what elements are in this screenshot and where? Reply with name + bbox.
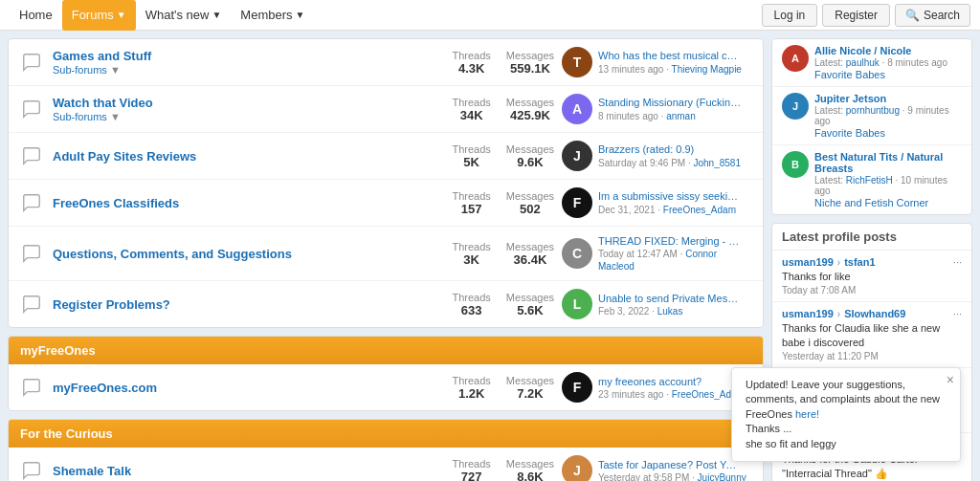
pp-user-link[interactable]: usman199 — [782, 256, 834, 268]
latest-text: THREAD FIXED: Merging - Movin... Today a… — [598, 234, 753, 273]
latest-user-link[interactable]: Lukas — [657, 306, 683, 317]
forum-row: Watch that VideoSub-forums ▼Threads34KMe… — [9, 86, 763, 133]
subforums-link[interactable]: Sub-forums — [53, 111, 107, 122]
forum-stats: Threads3KMessages36.4K — [453, 241, 555, 267]
latest-user-link[interactable]: Connor Macleod — [598, 249, 717, 272]
sidebar-username-link[interactable]: Jupiter Jetson — [814, 93, 886, 104]
forum-stats: Threads727Messages8.6K — [453, 458, 555, 481]
content-area: Games and StuffSub-forums ▼Threads4.3KMe… — [8, 38, 764, 481]
sidebar-thread-link[interactable]: Niche and Fetish Corner — [814, 197, 928, 208]
pp-user-link[interactable]: usman199 — [782, 308, 834, 319]
stat-messages: Messages502 — [506, 190, 554, 216]
nav-whats-new[interactable]: What's new ▼ — [136, 0, 232, 31]
latest-title-link[interactable]: my freeones account? — [598, 375, 742, 388]
forum-info: FreeOnes Classifieds — [53, 196, 445, 210]
forum-name-link[interactable]: myFreeOnes.com — [53, 381, 157, 395]
forum-latest: JBrazzers (rated: 0.9) Saturday at 9:46 … — [562, 141, 753, 171]
latest-text: Who has the best musical culture? 13 min… — [598, 49, 742, 75]
sidebar-user-row: BBest Natural Tits / Natural Breasts Lat… — [772, 145, 971, 214]
pp-target-link[interactable]: tsfan1 — [844, 256, 875, 268]
login-button[interactable]: Log in — [762, 4, 818, 27]
latest-meta: Today at 12:47 AM · Connor Macleod — [598, 248, 753, 273]
latest-title-link[interactable]: Im a submissive sissy seeking... — [598, 189, 742, 203]
sidebar-thread-link[interactable]: Favorite Babes — [814, 69, 885, 80]
search-button[interactable]: 🔍 Search — [895, 4, 970, 27]
more-options-icon[interactable]: ··· — [953, 256, 962, 268]
nav-members[interactable]: Members ▼ — [231, 0, 314, 31]
forum-subforums-label: Sub-forums ▼ — [53, 111, 445, 122]
forum-name-link[interactable]: Shemale Talk — [53, 464, 131, 478]
arrow-icon: › — [837, 257, 840, 268]
latest-meta: Saturday at 9:46 PM · John_8581 — [598, 157, 741, 169]
latest-user-link[interactable]: FreeOnes_Adam — [663, 205, 736, 215]
latest-user-link[interactable]: JuicyBunny — [698, 472, 746, 481]
auth-controls: Log in Register 🔍 Search — [762, 4, 970, 27]
forum-latest: FIm a submissive sissy seeking... Dec 31… — [562, 187, 753, 218]
toast-link[interactable]: here! — [795, 408, 819, 420]
subforums-link[interactable]: Sub-forums — [53, 64, 107, 76]
latest-title-link[interactable]: Taste for Japanese? Post Your Hot... — [598, 458, 742, 471]
latest-title-link[interactable]: Brazzers (rated: 0.9) — [598, 142, 741, 156]
latest-user-link[interactable]: Thieving Magpie — [672, 64, 742, 75]
pp-time: Yesterday at 11:20 PM — [782, 351, 962, 361]
forum-chat-icon — [18, 291, 45, 317]
stat-messages: Messages7.2K — [506, 375, 554, 401]
forum-chat-icon — [18, 240, 45, 267]
forum-latest: LUnable to send Private Message Feb 3, 2… — [562, 289, 753, 319]
register-button[interactable]: Register — [822, 4, 890, 27]
latest-title-link[interactable]: Who has the best musical culture? — [598, 49, 742, 62]
forum-row: Questions, Comments, and SuggestionsThre… — [9, 227, 763, 281]
profile-post-header: usman199 › tsfan1 ··· — [782, 256, 962, 268]
sidebar-username-link[interactable]: Best Natural Tits / Natural Breasts — [814, 151, 943, 174]
chevron-down-icon: ▼ — [117, 10, 126, 20]
forum-chat-icon — [18, 96, 45, 122]
latest-title-link[interactable]: Unable to send Private Message — [598, 292, 742, 305]
forum-info: Register Problems? — [53, 297, 445, 312]
avatar: J — [562, 141, 592, 171]
forum-name-link[interactable]: FreeOnes Classifieds — [53, 196, 179, 210]
forum-info: Games and StuffSub-forums ▼ — [53, 49, 445, 76]
latest-user-link[interactable]: John_8581 — [694, 158, 742, 168]
latest-text: Im a submissive sissy seeking... Dec 31,… — [598, 189, 742, 215]
nav-forums[interactable]: Forums ▼ — [62, 0, 136, 31]
forum-row: Adult Pay Sites ReviewsThreads5KMessages… — [9, 133, 763, 180]
close-icon[interactable]: × — [947, 372, 954, 387]
stat-threads: Threads5K — [453, 143, 491, 169]
latest-text: Standing Missionary (Fucking Fas... 8 mi… — [598, 96, 742, 121]
sidebar-username-link[interactable]: Allie Nicole / Nicole — [814, 45, 911, 56]
sidebar-user-meta: Latest: RichFetisH · 10 minutes ago — [814, 175, 962, 196]
toast-notification: × Updated! Leave your suggestions, comme… — [731, 367, 961, 462]
latest-meta: Dec 31, 2021 · FreeOnes_Adam — [598, 204, 742, 216]
sidebar-user-thread: Niche and Fetish Corner — [814, 197, 962, 208]
forum-name-link[interactable]: Questions, Comments, and Suggestions — [53, 247, 292, 261]
forum-stats: Threads5KMessages9.6K — [453, 143, 555, 169]
forum-row: Games and StuffSub-forums ▼Threads4.3KMe… — [9, 39, 763, 86]
nav-home[interactable]: Home — [10, 0, 62, 31]
sidebar-thread-link[interactable]: Favorite Babes — [814, 127, 885, 139]
forum-info: Watch that VideoSub-forums ▼ — [53, 96, 445, 122]
latest-text: Unable to send Private Message Feb 3, 20… — [598, 292, 742, 317]
pp-text: Thanks for Claudia like she a new babe i… — [782, 321, 962, 349]
forum-latest: JTaste for Japanese? Post Your Hot... Ye… — [562, 455, 753, 481]
latest-title-link[interactable]: THREAD FIXED: Merging - Movin... — [598, 234, 742, 248]
forum-name-link[interactable]: Register Problems? — [53, 297, 170, 312]
stat-threads: Threads4.3K — [453, 50, 491, 76]
forum-name-link[interactable]: Adult Pay Sites Reviews — [53, 149, 196, 164]
latest-title-link[interactable]: Standing Missionary (Fucking Fas... — [598, 96, 742, 109]
forum-name-link[interactable]: Watch that Video — [53, 96, 153, 110]
stat-threads: Threads1.2K — [453, 375, 491, 401]
more-options-icon[interactable]: ··· — [953, 308, 962, 319]
pp-target-link[interactable]: Slowhand69 — [844, 308, 905, 319]
stat-messages: Messages9.6K — [506, 143, 554, 169]
forum-name-link[interactable]: Games and Stuff — [53, 49, 151, 63]
forum-chat-icon — [18, 49, 45, 76]
forum-stats: Threads633Messages5.6K — [453, 292, 555, 317]
stat-threads: Threads34K — [453, 97, 491, 122]
stat-threads: Threads727 — [453, 458, 491, 481]
stat-threads: Threads633 — [453, 292, 491, 317]
forum-table-forthecurious: For the Curious Shemale TalkThreads727Me… — [8, 419, 764, 481]
search-icon: 🔍 — [905, 9, 920, 22]
latest-user-link[interactable]: anman — [666, 111, 696, 121]
latest-text: Taste for Japanese? Post Your Hot... Yes… — [598, 458, 746, 481]
forum-row: Shemale TalkThreads727Messages8.6KJTaste… — [9, 448, 763, 481]
